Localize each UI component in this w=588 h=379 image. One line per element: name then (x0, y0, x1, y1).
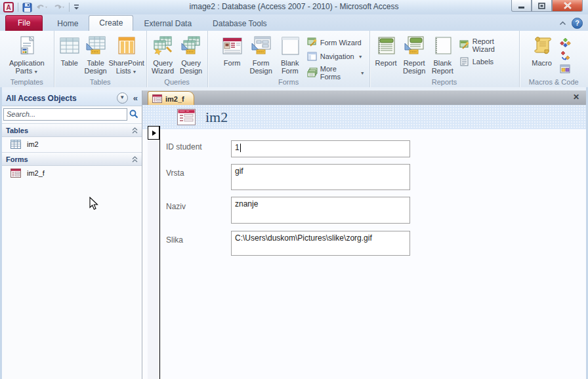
tab-database-tools[interactable]: Database Tools (202, 16, 278, 31)
ribbon-group-reports: Report Report Design Blank Report (370, 31, 520, 87)
navigation-pane-header[interactable]: All Access Objects ▼ « (2, 90, 142, 106)
group-caption-tables: Tables (54, 78, 146, 86)
table-design-button[interactable]: Table Design (83, 35, 108, 75)
blank-form-icon (280, 35, 301, 56)
table-label: Table (60, 59, 77, 67)
blank-form-button[interactable]: Blank Form (276, 35, 304, 75)
text-caret (240, 144, 241, 152)
tab-external-data[interactable]: External Data (133, 16, 202, 31)
dropdown-arrow-icon: ▼ (132, 70, 136, 74)
help-icon[interactable]: ? (572, 18, 583, 29)
tab-create[interactable]: Create (89, 15, 133, 31)
nav-section-tables-label: Tables (6, 127, 132, 134)
module-button[interactable] (558, 37, 573, 49)
navigation-button[interactable]: Navigation ▼ (305, 50, 367, 62)
group-caption-queries: Queries (147, 78, 207, 86)
blank-report-label: Blank Report (432, 59, 453, 75)
form-icon (152, 94, 162, 103)
form-wizard-icon (307, 37, 318, 48)
field-label-slika: Slika (166, 235, 183, 245)
form-header: im2 (142, 105, 586, 129)
field-label-naziv: Naziv (166, 202, 186, 211)
blank-report-button[interactable]: Blank Report (429, 35, 456, 75)
ribbon-group-tables: Table Table Design SharePoint Lists▼ Tab… (54, 31, 147, 87)
field-input-slika[interactable]: C:\Users\duskom\Pictures\slike\zorg.gif (231, 231, 410, 256)
ribbon-group-queries: Query Wizard Query Design Queries (147, 31, 208, 87)
form-icon (222, 35, 243, 56)
form-wizard-label: Form Wizard (320, 39, 362, 47)
nav-item-label: im2_f (27, 169, 45, 177)
close-document-icon[interactable]: ✕ (572, 92, 581, 102)
report-design-icon (404, 35, 425, 56)
form-design-label: Form Design (250, 59, 272, 75)
field-label-id-student: ID student (166, 142, 202, 151)
window-controls (511, 0, 583, 12)
visual-basic-button[interactable] (558, 63, 573, 75)
sharepoint-lists-button[interactable]: SharePoint Lists▼ (110, 35, 144, 76)
labels-icon (459, 56, 470, 67)
group-caption-macros: Macros & Code (520, 78, 588, 86)
form-wizard-button[interactable]: Form Wizard (305, 37, 367, 49)
collapse-section-icon[interactable] (132, 156, 138, 163)
report-wizard-label: Report Wizard (472, 37, 514, 53)
report-icon (375, 35, 396, 56)
shutter-bar-close-icon[interactable]: « (133, 93, 138, 103)
form-title: im2 (205, 109, 228, 126)
form-button[interactable]: Form (219, 35, 246, 67)
dropdown-arrow-icon: ▼ (360, 71, 365, 75)
record-selector-arrow[interactable] (148, 126, 159, 140)
form-label: Form (224, 59, 241, 67)
field-input-vrsta[interactable]: gif (231, 164, 410, 190)
dropdown-arrow-icon: ▼ (33, 70, 38, 74)
group-caption-templates: Templates (0, 78, 54, 86)
nav-section-forms[interactable]: Forms (2, 152, 142, 166)
search-icon[interactable] (127, 110, 140, 119)
query-design-label: Query Design (180, 59, 202, 75)
field-input-id-student[interactable]: 1 (231, 140, 410, 157)
application-parts-button[interactable]: Application Parts▼ (9, 35, 45, 76)
collapse-section-icon[interactable] (132, 127, 138, 134)
field-value: C:\Users\duskom\Pictures\slike\zorg.gif (235, 233, 372, 243)
macro-button[interactable]: Macro (528, 35, 556, 67)
module-icon (560, 37, 571, 48)
minimize-button[interactable] (511, 0, 532, 12)
table-icon (10, 140, 21, 149)
application-parts-label: Application Parts (9, 59, 45, 75)
report-button[interactable]: Report (373, 35, 400, 67)
restore-button[interactable] (532, 0, 552, 12)
nav-section-tables[interactable]: Tables (2, 123, 142, 137)
tab-home[interactable]: Home (47, 16, 89, 31)
report-wizard-button[interactable]: Report Wizard (457, 37, 516, 54)
form-design-icon (251, 35, 272, 56)
visual-basic-icon (560, 64, 571, 74)
labels-button[interactable]: Labels (457, 56, 516, 68)
report-design-label: Report Design (403, 59, 425, 75)
field-value: 1 (235, 143, 240, 152)
report-design-button[interactable]: Report Design (401, 35, 428, 75)
labels-label: Labels (472, 58, 494, 66)
report-wizard-icon (459, 40, 470, 50)
form-header-icon (177, 109, 196, 125)
field-label-vrsta: Vrsta (166, 169, 184, 178)
field-input-naziv[interactable]: znanje (231, 197, 410, 224)
query-wizard-button[interactable]: Query Wizard (150, 35, 177, 75)
minimize-ribbon-icon[interactable] (559, 20, 566, 26)
document-tab-im2-f[interactable]: im2_f (148, 91, 194, 106)
nav-item-im2-table[interactable]: im2 (2, 137, 142, 151)
navigation-menu-dropdown[interactable]: ▼ (117, 92, 128, 104)
report-label: Report (375, 59, 397, 67)
ribbon-group-forms: Form Form Design Blank Form Fo (208, 31, 370, 87)
window-title: image2 : Database (Access 2007 - 2010) -… (0, 2, 588, 11)
macro-label: Macro (532, 59, 552, 67)
field-value: znanje (235, 199, 258, 209)
table-button[interactable]: Table (57, 35, 82, 67)
query-design-button[interactable]: Query Design (178, 35, 205, 75)
search-input[interactable]: Search... (3, 108, 127, 121)
close-button[interactable] (552, 0, 583, 12)
tab-file[interactable]: File (5, 15, 43, 31)
field-value: gif (235, 167, 243, 176)
form-design-button[interactable]: Form Design (247, 35, 275, 75)
class-module-button[interactable] (558, 50, 573, 62)
nav-item-im2-f-form[interactable]: im2_f (2, 166, 142, 180)
query-wizard-icon (152, 35, 173, 56)
